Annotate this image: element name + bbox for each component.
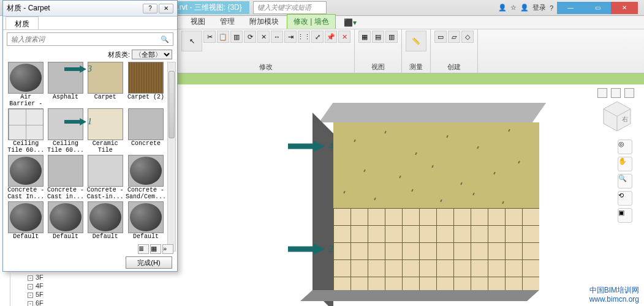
material-item[interactable]: Ceiling Tile 60... xyxy=(7,108,45,154)
material-item[interactable]: Concrete xyxy=(126,108,166,154)
orbit-icon[interactable]: ⟲ xyxy=(618,191,632,206)
material-item[interactable]: Concrete - Cast in... xyxy=(47,155,85,200)
view-close-icon[interactable] xyxy=(624,88,634,98)
material-name: Concrete - Cast-in... xyxy=(86,187,124,200)
view-icon-2[interactable]: ▤ xyxy=(372,31,384,43)
create-icon-3[interactable]: ◇ xyxy=(461,31,474,43)
minimize-button[interactable]: — xyxy=(557,2,584,14)
steering-wheel-icon[interactable]: ◎ xyxy=(618,140,632,154)
trim-icon[interactable]: ⨯ xyxy=(257,31,270,43)
measure-icon[interactable]: 📏 xyxy=(406,31,426,51)
panel-measure: 📏 测量 xyxy=(402,29,431,73)
user-icon[interactable]: 👤 xyxy=(520,4,529,12)
maximize-button[interactable]: ▭ xyxy=(584,2,611,14)
material-item[interactable]: Default xyxy=(7,201,45,247)
arrow-icon xyxy=(288,141,325,152)
panel-label: 创建 xyxy=(447,61,461,73)
panel-modify: ↖ ✂ 📋 ▥ ⟳ ⨯ ↔ ⇥ ⋮⋮ ⤢ 📌 ✕ 修改 xyxy=(178,29,355,73)
svg-text:右: 右 xyxy=(622,116,628,122)
dialog-close-icon[interactable]: ✕ xyxy=(159,4,173,13)
delete-icon[interactable]: ✕ xyxy=(338,31,350,43)
close-button[interactable]: ✕ xyxy=(611,2,638,14)
tree-level[interactable]: -4F xyxy=(10,282,114,290)
view-icon-3[interactable]: ▥ xyxy=(385,31,398,43)
material-item[interactable]: Ceramic Tile xyxy=(86,108,124,154)
array-icon[interactable]: ⋮⋮ xyxy=(298,31,310,43)
viewcube[interactable]: 右 xyxy=(600,99,634,133)
material-name: Ceiling Tile 60... xyxy=(7,140,45,154)
zoom-icon[interactable]: 🔍 xyxy=(618,174,632,188)
view-grid-icon[interactable]: ▦ xyxy=(150,244,161,254)
rotate-icon[interactable]: ⟳ xyxy=(244,31,256,43)
wall-model[interactable] xyxy=(313,103,551,299)
material-swatch xyxy=(128,201,164,233)
help-icon[interactable]: ? xyxy=(550,4,553,12)
help-search-input[interactable]: 键入关键字或短语 xyxy=(253,1,327,14)
view-min-icon[interactable] xyxy=(597,88,607,98)
scrollbar-thumb[interactable] xyxy=(169,71,175,138)
material-search: 🔍 xyxy=(7,32,173,46)
login-link[interactable]: 登录 xyxy=(532,3,546,12)
arrow-icon xyxy=(64,65,86,73)
material-item[interactable]: Carpet (2) xyxy=(126,62,166,107)
material-grid-container: Air Barrier - Air In...AsphaltCarpetCarp… xyxy=(3,62,177,252)
cut-icon[interactable]: ✂ xyxy=(203,31,216,43)
material-name: Carpet (2) xyxy=(127,94,164,107)
modify-tool-icon[interactable]: ↖ xyxy=(181,31,202,51)
dialog-title: 材质 - Carpet xyxy=(7,3,142,13)
filter-select[interactable]: 〈全部〉 xyxy=(132,50,172,59)
tab-view[interactable]: 视图 xyxy=(184,14,212,29)
scale-icon[interactable]: ⤢ xyxy=(311,31,324,43)
material-item[interactable]: Concrete - Sand/Cem... xyxy=(126,155,166,200)
material-item[interactable]: Air Barrier - Air In... xyxy=(7,62,45,107)
arrow-icon xyxy=(288,244,325,255)
material-item[interactable]: Concrete - Cast-in... xyxy=(86,155,124,200)
annotation-1: 1 xyxy=(64,117,92,127)
tab-materials[interactable]: 材质 xyxy=(6,17,39,29)
dialog-titlebar[interactable]: 材质 - Carpet ? ✕ xyxy=(3,1,177,17)
material-item[interactable]: Default xyxy=(86,201,124,247)
panel-label: 视图 xyxy=(371,61,385,73)
view-max-icon[interactable] xyxy=(611,88,621,98)
material-search-input[interactable] xyxy=(7,35,157,43)
infocenter-icon[interactable]: 👤 xyxy=(498,4,507,12)
scrollbar[interactable] xyxy=(167,62,176,252)
tree-level[interactable]: -5F xyxy=(10,290,114,299)
pan-icon[interactable]: ✋ xyxy=(618,157,632,171)
tree-level[interactable]: -6F xyxy=(10,299,114,306)
done-button[interactable]: 完成(H) xyxy=(126,256,172,269)
material-item[interactable]: Default xyxy=(47,201,85,247)
dialog-help-icon[interactable]: ? xyxy=(143,4,157,13)
wall-lower-surface xyxy=(333,208,539,290)
tab-addins[interactable]: 附加模块 xyxy=(243,14,286,29)
pin-icon[interactable]: 📌 xyxy=(325,31,337,43)
material-filter: 材质类: 〈全部〉 xyxy=(3,48,177,62)
view-window-controls xyxy=(597,88,634,98)
tree-level[interactable]: -3F xyxy=(10,273,114,282)
material-name: Concrete - Sand/Cem... xyxy=(126,187,166,200)
view-list-icon[interactable]: ≣ xyxy=(138,244,149,254)
material-name: Default xyxy=(53,233,78,247)
material-item[interactable]: Default xyxy=(126,201,166,247)
material-item[interactable]: Concrete - Cast In... xyxy=(7,155,45,200)
view-more-icon[interactable]: » xyxy=(162,244,173,254)
create-icon-2[interactable]: ▱ xyxy=(448,31,460,43)
align-icon[interactable]: ↔ xyxy=(271,31,283,43)
tab-modify[interactable]: 修改 | 墙色 xyxy=(287,14,336,29)
wall-bottom-edge xyxy=(300,290,539,301)
panel-create: ▭ ▱ ◇ 创建 xyxy=(431,29,478,73)
materials-dialog: 材质 - Carpet ? ✕ 材质 🔍 材质类: 〈全部〉 Air Barri… xyxy=(2,0,178,272)
material-name: Concrete - Cast in... xyxy=(47,187,85,200)
drawing-viewport[interactable]: 右 ◎ ✋ 🔍 ⟲ ▣ 4 2 中国 xyxy=(178,84,644,306)
lookat-icon[interactable]: ▣ xyxy=(618,208,632,223)
offset-icon[interactable]: ⇥ xyxy=(284,31,297,43)
tab-manage[interactable]: 管理 xyxy=(213,14,241,29)
mirror-icon[interactable]: ▥ xyxy=(230,31,243,43)
material-item[interactable]: Ceiling Tile 60... xyxy=(47,108,85,154)
search-icon[interactable]: 🔍 xyxy=(157,35,173,43)
material-swatch xyxy=(48,155,83,187)
view-icon-1[interactable]: ▦ xyxy=(358,31,371,43)
copy-icon[interactable]: 📋 xyxy=(217,31,229,43)
create-icon-1[interactable]: ▭ xyxy=(434,31,447,43)
star-icon[interactable]: ☆ xyxy=(510,4,517,12)
